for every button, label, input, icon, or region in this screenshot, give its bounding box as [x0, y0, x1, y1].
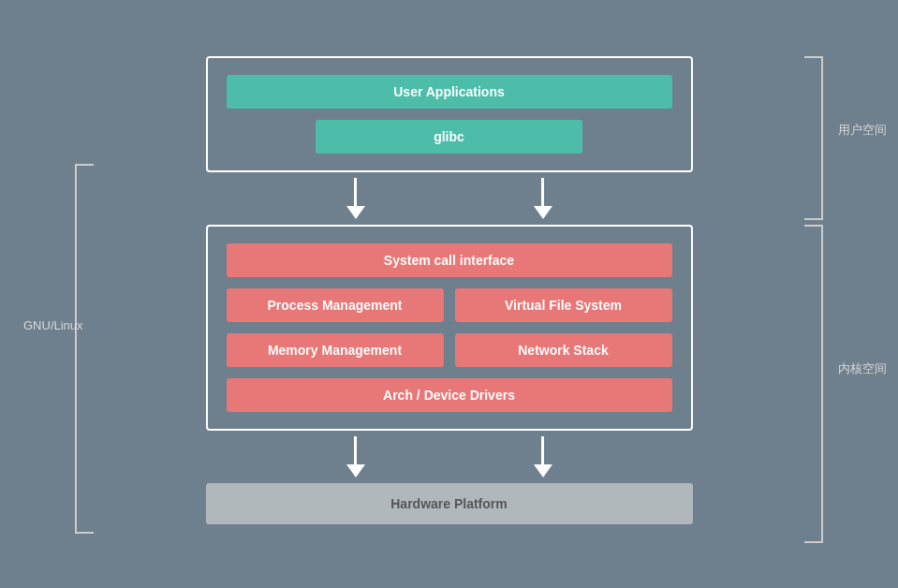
- user-space-box: User Applications glibc: [206, 56, 693, 172]
- user-space-bracket: [804, 56, 823, 220]
- arrow-hw-left: [346, 436, 365, 478]
- system-call-btn: System call interface: [227, 243, 672, 277]
- arch-device-drivers-btn: Arch / Device Drivers: [227, 378, 672, 412]
- hardware-platform-box: Hardware Platform: [206, 483, 693, 524]
- arrows-user-to-kernel: [206, 178, 693, 219]
- virtual-file-system-btn: Virtual File System: [455, 288, 672, 322]
- kernel-space-bracket: [804, 225, 823, 543]
- arrow-right: [534, 178, 552, 219]
- kernel-space-box: System call interface Process Management…: [206, 225, 693, 431]
- arrow-left: [346, 178, 365, 219]
- pm-vfs-row: Process Management Virtual File System: [227, 288, 672, 322]
- glibc-btn: glibc: [316, 120, 583, 154]
- gnu-linux-label: GNU/Linux: [23, 318, 83, 332]
- process-management-btn: Process Management: [227, 288, 444, 322]
- arrow-hw-right: [534, 436, 552, 478]
- kernel-space-label: 内核空间: [838, 360, 887, 377]
- network-stack-btn: Network Stack: [455, 333, 672, 367]
- gnu-linux-bracket: [75, 164, 94, 534]
- user-applications-btn: User Applications: [227, 75, 672, 109]
- user-space-label: 用户空间: [838, 122, 887, 139]
- memory-management-btn: Memory Management: [227, 333, 444, 367]
- arrows-kernel-to-hw: [206, 436, 693, 478]
- mm-ns-row: Memory Management Network Stack: [227, 333, 672, 367]
